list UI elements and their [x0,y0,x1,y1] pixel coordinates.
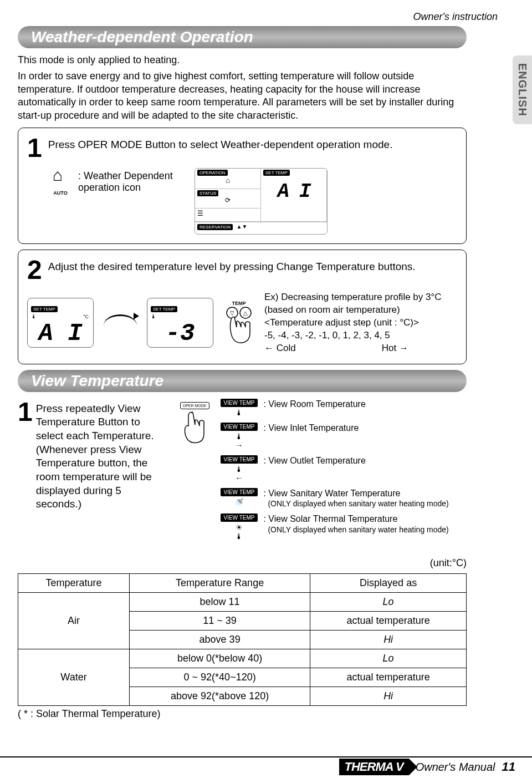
th-displayed: Displayed as [310,574,467,593]
language-tab: ENGLISH [513,55,532,124]
explain-line-3: <Temperature adjust step (unit : °C)> [264,317,442,329]
view-sanitary-temp-label: : View Sanitary Water Temperature [263,488,448,500]
thermometer-room-icon: 🌡 [233,408,244,417]
td-water-d2: actual temperature [310,668,467,687]
hot-label: Hot → [382,342,408,355]
lcd-display-panel: OPERATION ⌂ SET TEMP A I STATUS ⟳ ☰ RESE… [195,168,328,235]
lcd-operation-header: OPERATION [197,170,228,176]
thermometer-inlet-icon: 🌡→ [233,432,244,450]
auto-label: AUTO [53,190,67,196]
step-2-text: Adjust the desired temperature level by … [48,260,416,274]
mini-settemp-2: SET TEMP [151,306,177,312]
th-temperature: Temperature [18,574,130,593]
th-range: Temperature Range [129,574,310,593]
page-footer: THERMA V Owner's Manual 11 [339,759,515,775]
view-temp-badge-5: VIEW TEMP [221,513,258,522]
view-temp-list: VIEW TEMP 🌡 : View Room Temperature VIEW… [221,399,467,547]
td-water-r3: above 92(*above 120) [129,687,310,706]
deg-c-label: °C [83,314,89,319]
td-air-d2: actual temperature [310,612,467,631]
mini-value-1: A I [31,319,90,347]
td-air-r1: below 11 [129,593,310,612]
page-number: 11 [502,760,515,774]
footer-divider [0,756,532,757]
intro-text-1: This mode is only applied to heating. [18,54,461,67]
lcd-status-header: STATUS [197,190,218,196]
hand-press-single-icon [182,409,207,444]
unit-label: (unit:°C) [18,557,467,569]
td-air-d1: Lo [310,593,467,612]
td-air-r2: 11 ~ 39 [129,612,310,631]
view-room-temp-label: : View Room Temperature [263,399,365,410]
sun-thermometer-icon: ☀🌡 [233,523,244,541]
td-water: Water [18,649,130,706]
step-2-box: 2 Adjust the desired temperature level b… [18,250,467,364]
view-temp-badge-1: VIEW TEMP [221,399,258,407]
lcd-settemp-value: A I [263,180,324,203]
step-1-box: 1 Press OPER MODE Button to select Weath… [18,128,467,244]
explain-line-1: Ex) Decreasing temperature profile by 3°… [264,291,442,304]
brand-logo: THERMA V [339,759,409,775]
view-step-number-1: 1 [18,399,33,425]
step-number-2: 2 [27,257,42,283]
step2-explanation: Ex) Decreasing temperature profile by 3°… [264,291,442,355]
td-water-d3: Hi [310,687,467,706]
section-heading-weather: Weather-dependent Operation [18,26,467,48]
view-inlet-temp-label: : View Inlet Temperature [263,423,359,434]
step-number-1: 1 [27,135,42,161]
mini-value-2: -3 [151,319,209,347]
temperature-range-table: Temperature Temperature Range Displayed … [18,573,467,706]
house-auto-icon [49,168,71,190]
weather-icon-label: : Weather Dependent operation icon [78,170,178,194]
mini-settemp-1: SET TEMP [31,306,58,312]
step-1-text: Press OPER MODE Button to select Weather… [48,138,393,152]
mini-panel-after: SET TEMP 🌡 -3 [147,298,213,348]
faucet-icon: 🚿 [233,497,244,506]
oper-mode-button-illustration: OPER MODE [180,402,209,409]
td-water-r1: below 0(*below 40) [129,649,310,668]
cold-label: ← Cold [264,342,296,355]
thermometer-outlet-icon: 🌡← [233,465,244,482]
view-temp-badge-3: VIEW TEMP [221,455,258,464]
temp-label: TEMP [232,301,245,306]
table-footnote: ( * : Solar Thermal Temperature) [18,708,514,720]
mini-panel-before: SET TEMP 🌡 °C A I [27,298,94,348]
intro-text-2: In order to save energy and to give high… [18,70,461,122]
transition-arrow-icon [104,314,137,337]
lcd-reservation-header: RESERVATION [197,224,233,230]
td-air-r3: above 39 [129,631,310,649]
section-heading-viewtemp: View Temperature [18,370,467,392]
page-category: Owner's instruction [18,11,514,23]
owners-manual-label: Owner's Manual [416,761,495,774]
td-air: Air [18,593,130,649]
view-solar-temp-label: : View Solar Thermal Temperature [263,513,448,525]
view-outlet-temp-label: : View Outlet Temperature [263,455,365,467]
td-water-d1: Lo [310,649,467,668]
td-water-r2: 0 ~ 92(*40~120) [129,668,310,687]
lcd-settemp-header: SET TEMP [263,170,290,176]
temp-button-illustration: TEMP ▽ △ [223,301,254,345]
td-air-d3: Hi [310,631,467,649]
view-temp-badge-2: VIEW TEMP [221,423,258,431]
view-sanitary-temp-sub: (ONLY displayed when sanitary water heat… [268,499,448,508]
view-temp-badge-4: VIEW TEMP [221,488,258,496]
explain-line-4: -5, -4, -3, -2, -1, 0, 1, 2, 3, 4, 5 [264,329,442,342]
hand-press-icon: ▽ △ [223,306,254,345]
svg-text:▽: ▽ [230,310,234,316]
view-solar-temp-sub: (ONLY displayed when sanitary water heat… [268,525,448,534]
explain-line-2: (based on room air temperature) [264,304,442,317]
view-step-1-text: Press repeatedly View Temperature Button… [36,402,169,512]
svg-text:△: △ [243,310,248,316]
